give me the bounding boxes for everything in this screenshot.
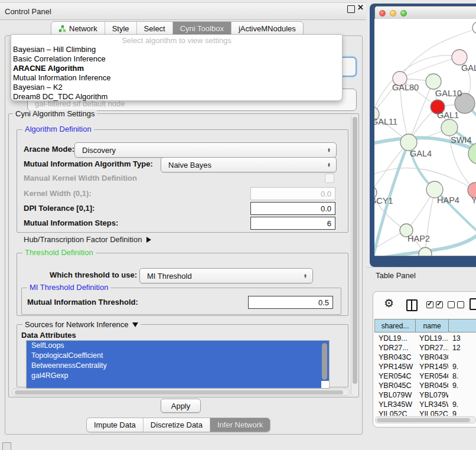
- algorithm-option[interactable]: Mutual Information Inference: [11, 73, 342, 83]
- table-cell: YBL079W: [415, 390, 448, 400]
- table-cell: YBL079W: [374, 390, 415, 400]
- cyni-bottom-tabbar: Impute DataDiscretize DataInfer Network: [86, 418, 270, 432]
- table-cell: YLR345W: [374, 400, 415, 409]
- checked-checkbox-icon[interactable]: [426, 301, 433, 308]
- column-layout-icon[interactable]: [406, 299, 418, 311]
- table-row[interactable]: YBL079WYBL079W: [374, 390, 476, 400]
- algorithm-option[interactable]: Bayesian – K2: [11, 83, 342, 92]
- settings-vertical-scrollbar[interactable]: [351, 115, 358, 395]
- tab-discretize-data[interactable]: Discretize Data: [144, 418, 210, 432]
- data-attribute-item[interactable]: BetweennessCentrality: [27, 361, 329, 371]
- network-node[interactable]: [441, 119, 458, 136]
- network-edge[interactable]: [374, 142, 409, 193]
- close-panel-icon[interactable]: [357, 3, 364, 12]
- threshold-definition-title: Threshold Definition: [22, 249, 96, 257]
- tab-label: Style: [112, 24, 129, 33]
- tab-select[interactable]: Select: [137, 22, 173, 35]
- unchecked-checkbox-icon[interactable]: [448, 301, 455, 308]
- table-row[interactable]: YBR045CYBR045C9.: [374, 381, 476, 390]
- algorithm-option[interactable]: Dream8 DC_TDC Algorithm: [11, 92, 342, 102]
- which-threshold-combobox[interactable]: MI Threshold: [139, 268, 313, 283]
- apply-button[interactable]: Apply: [161, 399, 201, 413]
- algorithm-dropdown-popup: Select algorithm to view settings Bayesi…: [11, 34, 343, 101]
- network-node[interactable]: [419, 247, 432, 256]
- tab-style[interactable]: Style: [105, 22, 137, 35]
- table-horizontal-scrollbar[interactable]: [375, 416, 476, 423]
- unchecked-checkbox-icon[interactable]: [457, 301, 464, 308]
- dpi-tolerance-field[interactable]: 0.0: [250, 202, 335, 215]
- mi-threshold-field[interactable]: 0.5: [248, 296, 333, 309]
- table-row[interactable]: YDL19...YDL19...13: [374, 334, 476, 343]
- tab-infer-network[interactable]: Infer Network: [210, 418, 270, 432]
- table-column-header[interactable]: shared...: [374, 319, 415, 332]
- table-cell: 8.: [448, 371, 476, 381]
- sources-section-toggle[interactable]: Sources for Network Inference: [22, 320, 141, 329]
- mi-threshold-definition-title: MI Threshold Definition: [27, 283, 110, 292]
- network-node[interactable]: [426, 74, 441, 89]
- network-node[interactable]: [472, 22, 476, 34]
- attributes-scrollbar-thumb[interactable]: [322, 343, 327, 380]
- table-row[interactable]: YER054CYER054C8.: [374, 371, 476, 381]
- which-threshold-label: Which threshold to use:: [50, 268, 137, 282]
- table-cell: YIL052C: [374, 409, 415, 416]
- kernel-width-value: 0.0: [321, 190, 331, 198]
- tab-label: Impute Data: [94, 420, 136, 429]
- table-row[interactable]: YPR145WYPR145W9.: [374, 362, 476, 371]
- table-horizontal-scrollbar-thumb[interactable]: [377, 418, 470, 422]
- apply-button-label: Apply: [171, 402, 191, 410]
- mi-steps-field[interactable]: 6: [250, 217, 335, 230]
- table-column-header[interactable]: name: [415, 319, 448, 332]
- data-attributes-label: Data Attributes: [21, 331, 76, 340]
- float-panel-icon[interactable]: [347, 5, 355, 13]
- dock-grip-icon[interactable]: [2, 442, 11, 450]
- data-attribute-item[interactable]: gal4RGexp: [27, 371, 329, 381]
- table-row[interactable]: YIL052CYIL052C9: [374, 409, 476, 416]
- mi-algorithm-type-value: Naive Bayes: [161, 161, 324, 169]
- mi-algorithm-type-label: Mutual Information Algorithm Type:: [24, 157, 153, 171]
- settings-horizontal-scrollbar-thumb[interactable]: [15, 390, 343, 394]
- algorithm-option[interactable]: ARACNE Algorithm: [11, 64, 342, 73]
- checked-checkbox-icon[interactable]: [436, 301, 443, 308]
- close-window-icon[interactable]: [379, 10, 386, 17]
- minimize-window-icon[interactable]: [390, 10, 396, 17]
- tab-jactivemnodules[interactable]: jActiveMNodules: [232, 22, 303, 35]
- table-cell: YER054C: [415, 371, 448, 381]
- tab-impute-data[interactable]: Impute Data: [87, 418, 144, 432]
- aracne-mode-combobox[interactable]: Discovery: [74, 142, 337, 158]
- aracne-mode-label: Aracne Mode:: [24, 142, 74, 156]
- settings-horizontal-scrollbar[interactable]: [12, 389, 350, 396]
- data-attribute-item[interactable]: TopologicalCoefficient: [27, 351, 329, 361]
- tab-cyni-toolbox[interactable]: Cyni Toolbox: [173, 22, 232, 35]
- network-window-titlebar[interactable]: [375, 6, 476, 20]
- network-canvas[interactable]: GALGAL80GAL10GAL1GAL11SWI4GAL4GCY1HAP4YH…: [374, 19, 476, 256]
- hub-transcription-label: Hub/Transcription Factor Definition: [24, 235, 142, 244]
- hub-transcription-section-toggle[interactable]: Hub/Transcription Factor Definition: [24, 235, 151, 244]
- network-node-label: GAL: [461, 63, 476, 73]
- algorithm-option[interactable]: Basic Correlation Inference: [11, 54, 342, 64]
- table-column-header[interactable]: [448, 319, 476, 332]
- table-cell: [448, 390, 476, 400]
- kernel-width-field[interactable]: 0.0: [250, 187, 335, 200]
- table-row[interactable]: YDR27...YDR27...12: [374, 343, 476, 353]
- control-panel-titlebar: Control Panel: [0, 2, 366, 20]
- manual-kernel-width-checkbox[interactable]: [325, 174, 334, 183]
- table-row[interactable]: YBR043CYBR043C: [374, 353, 476, 362]
- settings-vertical-scrollbar-thumb[interactable]: [353, 117, 357, 384]
- network-edge[interactable]: [425, 190, 435, 254]
- table-cell: 13: [448, 334, 476, 343]
- tab-network[interactable]: Network: [51, 22, 105, 35]
- table-panel-separator: [366, 267, 476, 268]
- zoom-window-icon[interactable]: [400, 10, 407, 17]
- data-attributes-list[interactable]: SelfLoopsTopologicalCoefficientBetweenne…: [26, 340, 330, 389]
- network-node-label: HAP2: [407, 234, 430, 243]
- table-cell: [448, 353, 476, 362]
- network-node[interactable]: [400, 134, 417, 151]
- network-node-label: HAP4: [437, 195, 459, 205]
- algorithm-option[interactable]: Bayesian – Hill Climbing: [11, 45, 342, 54]
- table-row[interactable]: YLR345WYLR345W9.: [374, 400, 476, 409]
- document-icon[interactable]: [470, 298, 476, 310]
- data-attribute-item[interactable]: SelfLoops: [27, 341, 329, 351]
- table-settings-gear-icon[interactable]: [384, 296, 394, 310]
- mi-threshold-label: Mutual Information Threshold:: [27, 296, 138, 309]
- mi-algorithm-type-combobox[interactable]: Naive Bayes: [161, 157, 337, 172]
